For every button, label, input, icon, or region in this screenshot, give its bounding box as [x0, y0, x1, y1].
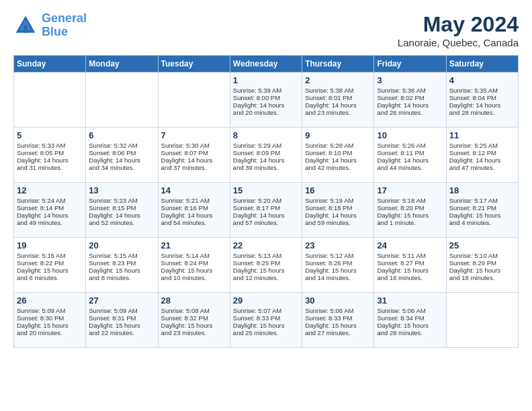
- cell-w4-d2: 21Sunrise: 5:14 AMSunset: 8:24 PMDayligh…: [158, 238, 230, 293]
- cell-w5-d0: 26Sunrise: 5:09 AMSunset: 8:30 PMDayligh…: [14, 293, 86, 348]
- cell-w4-d1: 20Sunrise: 5:15 AMSunset: 8:23 PMDayligh…: [86, 238, 158, 293]
- day-info-line: Sunrise: 5:06 AM: [305, 307, 371, 314]
- cell-w2-d4: 9Sunrise: 5:28 AMSunset: 8:10 PMDaylight…: [302, 128, 374, 183]
- day-number: 31: [377, 295, 443, 306]
- day-info-line: Sunrise: 5:20 AM: [233, 197, 299, 204]
- day-info-line: Daylight: 14 hours: [233, 101, 299, 109]
- cell-w1-d3: 1Sunrise: 5:39 AMSunset: 8:00 PMDaylight…: [230, 73, 302, 128]
- col-monday: Monday: [86, 56, 158, 73]
- day-info-line: Sunset: 8:34 PM: [377, 314, 443, 322]
- day-number: 18: [449, 185, 515, 195]
- day-info-line: Daylight: 15 hours: [17, 267, 83, 274]
- svg-rect-2: [24, 26, 27, 33]
- cell-w1-d0: [14, 73, 86, 128]
- day-info-line: and 23 minutes.: [161, 329, 227, 336]
- day-info-line: and 49 minutes.: [17, 219, 83, 226]
- logo-text: General Blue: [42, 12, 87, 39]
- cell-w3-d6: 18Sunrise: 5:17 AMSunset: 8:21 PMDayligh…: [446, 183, 518, 238]
- day-info-line: Sunset: 8:05 PM: [17, 149, 83, 156]
- day-info-line: and 57 minutes.: [233, 219, 299, 226]
- day-info-line: Daylight: 15 hours: [161, 267, 227, 274]
- header-row: Sunday Monday Tuesday Wednesday Thursday…: [14, 56, 519, 73]
- cell-w4-d3: 22Sunrise: 5:13 AMSunset: 8:25 PMDayligh…: [230, 238, 302, 293]
- cell-w3-d4: 16Sunrise: 5:19 AMSunset: 8:18 PMDayligh…: [302, 183, 374, 238]
- day-number: 15: [233, 185, 299, 195]
- day-info-line: Daylight: 15 hours: [377, 267, 443, 274]
- day-info-line: and 34 minutes.: [89, 164, 154, 171]
- col-friday: Friday: [374, 56, 446, 73]
- day-number: 27: [89, 295, 154, 306]
- day-info-line: and 16 minutes.: [377, 274, 443, 281]
- day-info-line: Sunrise: 5:13 AM: [233, 252, 299, 259]
- day-info-line: Sunrise: 5:14 AM: [161, 252, 227, 259]
- logo-blue: Blue: [42, 25, 68, 38]
- day-info-line: Daylight: 15 hours: [305, 267, 371, 274]
- day-info-line: Daylight: 14 hours: [305, 101, 371, 109]
- day-info-line: Sunset: 8:26 PM: [305, 259, 371, 267]
- cell-w3-d3: 15Sunrise: 5:20 AMSunset: 8:17 PMDayligh…: [230, 183, 302, 238]
- day-info-line: Sunrise: 5:17 AM: [449, 197, 515, 204]
- day-info-line: Sunset: 8:11 PM: [377, 149, 443, 156]
- cell-w4-d0: 19Sunrise: 5:16 AMSunset: 8:22 PMDayligh…: [14, 238, 86, 293]
- day-info-line: Sunset: 8:33 PM: [305, 314, 371, 322]
- day-info-line: Daylight: 14 hours: [233, 156, 299, 164]
- day-info-line: Sunrise: 5:30 AM: [161, 142, 227, 149]
- cell-w2-d0: 5Sunrise: 5:33 AMSunset: 8:05 PMDaylight…: [14, 128, 86, 183]
- day-number: 1: [233, 75, 299, 85]
- day-number: 16: [305, 185, 371, 195]
- day-info-line: Sunrise: 5:26 AM: [377, 142, 443, 149]
- day-info-line: Daylight: 14 hours: [89, 212, 154, 219]
- cell-w5-d4: 30Sunrise: 5:06 AMSunset: 8:33 PMDayligh…: [302, 293, 374, 348]
- day-info-line: Sunrise: 5:32 AM: [89, 142, 154, 149]
- day-number: 12: [17, 185, 83, 195]
- cell-w1-d6: 4Sunrise: 5:35 AMSunset: 8:04 PMDaylight…: [446, 73, 518, 128]
- day-info-line: Sunrise: 5:23 AM: [89, 197, 154, 204]
- day-info-line: Sunrise: 5:11 AM: [377, 252, 443, 259]
- cell-w3-d5: 17Sunrise: 5:18 AMSunset: 8:20 PMDayligh…: [374, 183, 446, 238]
- day-info-line: Sunset: 8:02 PM: [377, 94, 443, 101]
- day-info-line: Daylight: 15 hours: [449, 212, 515, 219]
- day-info-line: Sunset: 8:15 PM: [89, 204, 154, 212]
- cell-w3-d2: 14Sunrise: 5:21 AMSunset: 8:16 PMDayligh…: [158, 183, 230, 238]
- day-info-line: Daylight: 14 hours: [377, 101, 443, 109]
- week-row-2: 5Sunrise: 5:33 AMSunset: 8:05 PMDaylight…: [14, 128, 519, 183]
- day-info-line: Sunset: 8:30 PM: [17, 314, 83, 322]
- day-info-line: Sunrise: 5:12 AM: [305, 252, 371, 259]
- day-info-line: Sunrise: 5:18 AM: [377, 197, 443, 204]
- day-info-line: Sunset: 8:09 PM: [233, 149, 299, 156]
- day-info-line: Sunset: 8:01 PM: [305, 94, 371, 101]
- day-number: 13: [89, 185, 154, 195]
- day-info-line: Sunset: 8:17 PM: [233, 204, 299, 212]
- day-info-line: Sunrise: 5:33 AM: [17, 142, 83, 149]
- week-row-1: 1Sunrise: 5:39 AMSunset: 8:00 PMDaylight…: [14, 73, 519, 128]
- title-block: May 2024 Lanoraie, Quebec, Canada: [398, 12, 519, 48]
- week-row-4: 19Sunrise: 5:16 AMSunset: 8:22 PMDayligh…: [14, 238, 519, 293]
- day-info-line: Daylight: 15 hours: [449, 267, 515, 274]
- cell-w1-d4: 2Sunrise: 5:38 AMSunset: 8:01 PMDaylight…: [302, 73, 374, 128]
- day-number: 4: [449, 75, 515, 85]
- day-number: 11: [449, 130, 515, 140]
- day-info-line: and 59 minutes.: [305, 219, 371, 226]
- day-number: 10: [377, 130, 443, 140]
- day-number: 24: [377, 240, 443, 250]
- day-info-line: Sunrise: 5:36 AM: [377, 87, 443, 94]
- day-info-line: Sunset: 8:07 PM: [161, 149, 227, 156]
- day-info-line: Sunset: 8:12 PM: [449, 149, 515, 156]
- day-info-line: and 25 minutes.: [233, 329, 299, 336]
- day-number: 21: [161, 240, 227, 250]
- day-info-line: Daylight: 14 hours: [89, 156, 154, 164]
- day-info-line: Sunrise: 5:28 AM: [305, 142, 371, 149]
- day-info-line: Sunset: 8:16 PM: [161, 204, 227, 212]
- day-number: 14: [161, 185, 227, 195]
- day-info-line: and 8 minutes.: [89, 274, 154, 281]
- day-info-line: Daylight: 15 hours: [161, 322, 227, 329]
- day-info-line: Sunrise: 5:10 AM: [449, 252, 515, 259]
- col-wednesday: Wednesday: [230, 56, 302, 73]
- cell-w4-d6: 25Sunrise: 5:10 AMSunset: 8:29 PMDayligh…: [446, 238, 518, 293]
- day-info-line: Sunrise: 5:06 AM: [377, 307, 443, 314]
- day-info-line: Daylight: 14 hours: [17, 212, 83, 219]
- day-info-line: Sunrise: 5:15 AM: [89, 252, 154, 259]
- day-info-line: Daylight: 15 hours: [233, 322, 299, 329]
- day-info-line: Daylight: 15 hours: [233, 267, 299, 274]
- day-info-line: and 27 minutes.: [305, 329, 371, 336]
